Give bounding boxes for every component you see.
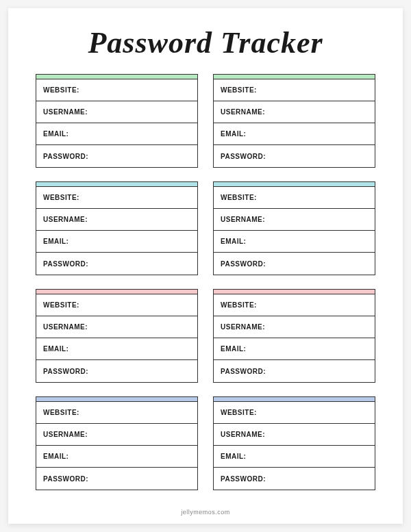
website-row: WEBSITE: [36, 294, 197, 316]
password-card: WEBSITE: USERNAME: EMAIL: PASSWORD: [213, 289, 375, 383]
password-card: WEBSITE: USERNAME: EMAIL: PASSWORD: [36, 74, 198, 168]
website-row: WEBSITE: [36, 402, 197, 424]
accent-bar [36, 397, 197, 402]
email-row: EMAIL: [214, 338, 375, 360]
username-row: USERNAME: [36, 316, 197, 338]
password-row: PASSWORD: [36, 253, 197, 275]
password-card: WEBSITE: USERNAME: EMAIL: PASSWORD: [36, 181, 198, 275]
password-row: PASSWORD: [214, 145, 375, 167]
email-row: EMAIL: [214, 123, 375, 145]
username-row: USERNAME: [36, 424, 197, 446]
password-card: WEBSITE: USERNAME: EMAIL: PASSWORD: [213, 396, 375, 490]
website-row: WEBSITE: [36, 79, 197, 101]
website-row: WEBSITE: [214, 79, 375, 101]
accent-bar [214, 182, 375, 187]
password-card: WEBSITE: USERNAME: EMAIL: PASSWORD: [36, 396, 198, 490]
username-row: USERNAME: [214, 424, 375, 446]
website-row: WEBSITE: [214, 187, 375, 209]
accent-bar [214, 290, 375, 294]
card-grid: WEBSITE: USERNAME: EMAIL: PASSWORD: WEBS… [36, 74, 375, 490]
page: Password Tracker WEBSITE: USERNAME: EMAI… [8, 8, 403, 524]
password-row: PASSWORD: [36, 468, 197, 490]
accent-bar [214, 75, 375, 79]
website-row: WEBSITE: [214, 402, 375, 424]
password-row: PASSWORD: [36, 145, 197, 167]
website-row: WEBSITE: [36, 187, 197, 209]
password-row: PASSWORD: [214, 253, 375, 275]
footer-url: jellymemos.com [8, 509, 403, 516]
email-row: EMAIL: [214, 231, 375, 253]
password-row: PASSWORD: [214, 360, 375, 382]
username-row: USERNAME: [214, 209, 375, 231]
username-row: USERNAME: [36, 209, 197, 231]
accent-bar [36, 182, 197, 187]
username-row: USERNAME: [36, 101, 197, 123]
accent-bar [36, 290, 197, 294]
page-title: Password Tracker [36, 25, 375, 60]
username-row: USERNAME: [214, 316, 375, 338]
email-row: EMAIL: [36, 446, 197, 468]
email-row: EMAIL: [36, 231, 197, 253]
email-row: EMAIL: [36, 123, 197, 145]
email-row: EMAIL: [36, 338, 197, 360]
password-card: WEBSITE: USERNAME: EMAIL: PASSWORD: [36, 289, 198, 383]
accent-bar [214, 397, 375, 402]
website-row: WEBSITE: [214, 294, 375, 316]
password-row: PASSWORD: [36, 360, 197, 382]
username-row: USERNAME: [214, 101, 375, 123]
password-card: WEBSITE: USERNAME: EMAIL: PASSWORD: [213, 74, 375, 168]
password-row: PASSWORD: [214, 468, 375, 490]
email-row: EMAIL: [214, 446, 375, 468]
password-card: WEBSITE: USERNAME: EMAIL: PASSWORD: [213, 181, 375, 275]
accent-bar [36, 75, 197, 79]
